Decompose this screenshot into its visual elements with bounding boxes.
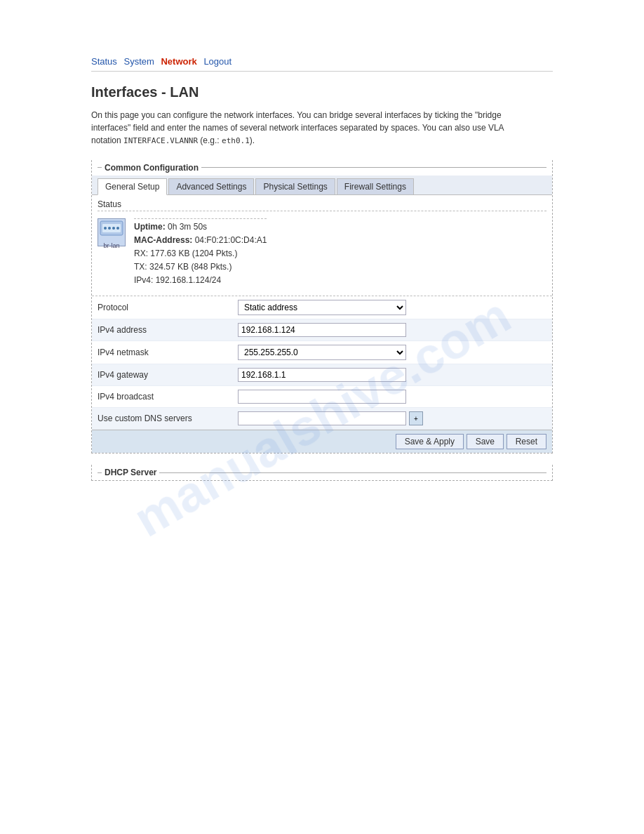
svg-point-4 xyxy=(112,227,115,230)
nav-logout[interactable]: Logout xyxy=(203,56,232,67)
svg-point-5 xyxy=(116,227,119,230)
page-description: On this page you can configure the netwo… xyxy=(91,109,553,147)
navigation: Status System Network Logout xyxy=(91,56,553,72)
dns-row: Use custom DNS servers + xyxy=(92,408,552,430)
ipv4-netmask-label: IPv4 netmask xyxy=(98,348,238,357)
dns-add-button[interactable]: + xyxy=(409,411,423,425)
ipv4-gateway-value xyxy=(238,368,546,382)
dhcp-title: DHCP Server xyxy=(92,465,552,480)
page-title: Interfaces - LAN xyxy=(91,84,553,100)
ipv4-gateway-label: IPv4 gateway xyxy=(98,370,238,380)
ipv4-broadcast-input[interactable] xyxy=(238,390,406,404)
protocol-label: Protocol xyxy=(98,303,238,312)
interface-icon: br-lan xyxy=(98,218,126,246)
status-info: Uptime: 0h 3m 50s MAC-Address: 04:F0:21:… xyxy=(134,218,267,288)
protocol-value: Static address xyxy=(238,300,546,315)
nav-system[interactable]: System xyxy=(123,56,154,67)
dns-label: Use custom DNS servers xyxy=(98,413,238,423)
nav-status[interactable]: Status xyxy=(91,56,117,67)
nav-network[interactable]: Network xyxy=(161,56,196,67)
ipv4-address-input[interactable] xyxy=(238,323,406,337)
ipv4-address-row: IPv4 address xyxy=(92,319,552,341)
ipv4-address-label: IPv4 address xyxy=(98,325,238,335)
ipv4-broadcast-label: IPv4 broadcast xyxy=(98,392,238,402)
ipv4-gateway-input[interactable] xyxy=(238,368,406,382)
ipv4-address-value xyxy=(238,323,546,337)
status-section: Status br-lan xyxy=(92,195,552,297)
status-label: Status xyxy=(98,199,546,211)
interface-label: br-lan xyxy=(103,242,119,249)
ipv4-gateway-row: IPv4 gateway xyxy=(92,364,552,386)
ipv4-broadcast-value xyxy=(238,390,546,404)
tab-advanced-settings[interactable]: Advanced Settings xyxy=(168,178,254,194)
dns-input[interactable] xyxy=(238,411,406,425)
tab-physical-settings[interactable]: Physical Settings xyxy=(255,178,335,194)
ipv4-netmask-row: IPv4 netmask 255.255.255.0 xyxy=(92,341,552,364)
dhcp-section: DHCP Server xyxy=(91,465,553,481)
config-tabs: General Setup Advanced Settings Physical… xyxy=(92,176,552,195)
save-apply-button[interactable]: Save & Apply xyxy=(396,434,464,449)
protocol-select[interactable]: Static address xyxy=(238,300,406,315)
form-section: Protocol Static address IPv4 address IPv… xyxy=(92,296,552,430)
common-config-section: Common Configuration General Setup Advan… xyxy=(91,160,553,454)
ipv4-netmask-value: 255.255.255.0 xyxy=(238,345,546,360)
reset-button[interactable]: Reset xyxy=(507,434,546,449)
dns-value: + xyxy=(238,411,546,425)
tab-firewall-settings[interactable]: Firewall Settings xyxy=(337,178,414,194)
svg-point-3 xyxy=(108,227,111,230)
tab-general-setup[interactable]: General Setup xyxy=(98,178,167,195)
common-config-title: Common Configuration xyxy=(92,160,552,176)
svg-point-2 xyxy=(104,227,107,230)
ipv4-netmask-select[interactable]: 255.255.255.0 xyxy=(238,345,406,360)
save-button[interactable]: Save xyxy=(467,434,504,449)
save-bar: Save & Apply Save Reset xyxy=(92,430,552,453)
ipv4-broadcast-row: IPv4 broadcast xyxy=(92,386,552,408)
protocol-row: Protocol Static address xyxy=(92,296,552,319)
